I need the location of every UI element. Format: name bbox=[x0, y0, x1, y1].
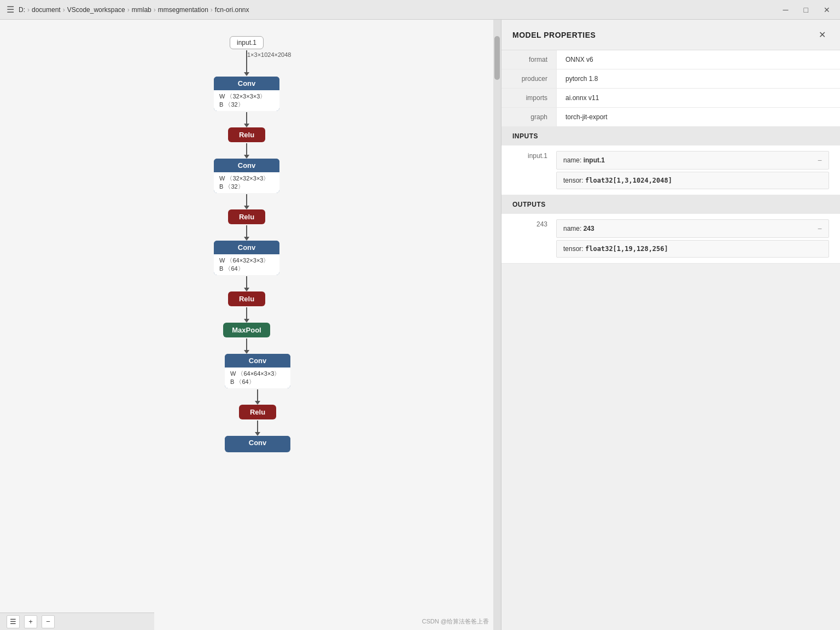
input-item-id-1: input.1 bbox=[512, 151, 556, 160]
minimize-button[interactable]: ─ bbox=[780, 4, 792, 15]
conv-title-1: Conv bbox=[214, 77, 279, 90]
input-item-1: input.1 name: input.1 − tensor: float32[… bbox=[501, 145, 840, 195]
conv-w-3: W 〈64×32×3×3〉 bbox=[219, 256, 274, 265]
properties-header: MODEL PROPERTIES ✕ bbox=[501, 20, 840, 50]
conv-title-2: Conv bbox=[214, 159, 279, 172]
properties-close-button[interactable]: ✕ bbox=[815, 28, 829, 41]
conv-b-2: B 〈32〉 bbox=[219, 183, 274, 191]
conv-b-1: B 〈32〉 bbox=[219, 101, 274, 109]
sep-5: › bbox=[211, 6, 213, 14]
conv-node-3[interactable]: Conv W 〈64×32×3×3〉 B 〈64〉 bbox=[214, 241, 279, 275]
bottom-toolbar: ☰ + − bbox=[0, 612, 154, 630]
imports-label: imports bbox=[501, 89, 556, 107]
toolbar-left: ☰ + − bbox=[7, 615, 55, 628]
connector-10 bbox=[255, 419, 260, 436]
arrow-5 bbox=[244, 237, 249, 241]
conv-title-5: Conv bbox=[225, 436, 290, 450]
zoom-in-button[interactable]: + bbox=[24, 615, 37, 628]
path-workspace: VScode_workspace bbox=[67, 6, 125, 14]
conv-body-1: W 〈32×3×3×3〉 B 〈32〉 bbox=[214, 90, 279, 111]
title-bar-left: ☰ D: › document › VScode_workspace › mml… bbox=[7, 4, 249, 15]
main-container: input.1 1×3×1024×2048 Conv W 〈32×3×3×3〉 … bbox=[0, 20, 840, 630]
connector-3 bbox=[244, 142, 249, 159]
format-row: format ONNX v6 bbox=[501, 50, 840, 69]
conv-w-1: W 〈32×3×3×3〉 bbox=[219, 92, 274, 101]
scrollbar-thumb[interactable] bbox=[494, 36, 500, 80]
arrow-1 bbox=[244, 72, 249, 76]
input-item-header-1: input.1 name: input.1 − tensor: float32[… bbox=[501, 145, 840, 195]
conv-b-4: B 〈64〉 bbox=[230, 378, 285, 386]
format-label: format bbox=[501, 50, 556, 69]
input-dims-label: 1×3×1024×2048 bbox=[247, 51, 291, 58]
outputs-section-header: OUTPUTS bbox=[501, 195, 840, 214]
input-node[interactable]: input.1 bbox=[230, 36, 264, 49]
arrow-3 bbox=[244, 155, 249, 159]
conv-node-5[interactable]: Conv bbox=[225, 436, 290, 452]
conv-body-4: W 〈64×64×3×3〉 B 〈64〉 bbox=[225, 368, 290, 388]
format-value: ONNX v6 bbox=[556, 50, 840, 69]
sep-4: › bbox=[154, 6, 156, 14]
hamburger-icon[interactable]: ☰ bbox=[7, 4, 14, 15]
zoom-out-button[interactable]: − bbox=[42, 615, 55, 628]
relu-node-1[interactable]: Relu bbox=[228, 127, 265, 142]
properties-content: format ONNX v6 producer pytorch 1.8 impo… bbox=[501, 50, 840, 630]
arrow-9 bbox=[255, 401, 260, 405]
path-mmlab: mmlab bbox=[132, 6, 151, 14]
title-bar: ☰ D: › document › VScode_workspace › mml… bbox=[0, 0, 840, 20]
connector-2 bbox=[244, 111, 249, 127]
window-close-button[interactable]: ✕ bbox=[820, 4, 833, 15]
arrow-4 bbox=[244, 206, 249, 209]
path-drive: D: bbox=[19, 6, 25, 14]
list-button[interactable]: ☰ bbox=[7, 615, 20, 628]
conv-node-2[interactable]: Conv W 〈32×32×3×3〉 B 〈32〉 bbox=[214, 159, 279, 193]
conv-title-3: Conv bbox=[214, 241, 279, 254]
producer-label: producer bbox=[501, 69, 556, 88]
conv-w-4: W 〈64×64×3×3〉 bbox=[230, 370, 285, 378]
connector-9 bbox=[255, 388, 260, 405]
nn-graph: input.1 1×3×1024×2048 Conv W 〈32×3×3×3〉 … bbox=[0, 20, 493, 612]
graph-scrollbar[interactable] bbox=[493, 20, 501, 630]
output-name-row-1: name: 243 − bbox=[556, 219, 829, 238]
path-mmseg: mmsegmentation bbox=[158, 6, 208, 14]
graph-panel: input.1 1×3×1024×2048 Conv W 〈32×3×3×3〉 … bbox=[0, 20, 493, 630]
sep-2: › bbox=[63, 6, 65, 14]
output-tensor-row-1: tensor: float32[1,19,128,256] bbox=[556, 240, 829, 258]
path-doc: document bbox=[32, 6, 61, 14]
output-item-header-1: 243 name: 243 − tensor: float32[1,19,128… bbox=[501, 214, 840, 263]
arrow-8 bbox=[244, 350, 249, 354]
inputs-section-header: INPUTS bbox=[501, 127, 840, 145]
relu-node-3[interactable]: Relu bbox=[228, 291, 265, 306]
connector-8 bbox=[244, 337, 249, 354]
input-item-content-1: name: input.1 − tensor: float32[1,3,1024… bbox=[556, 151, 829, 189]
output-item-id-1: 243 bbox=[512, 219, 556, 228]
input-dash-1: − bbox=[818, 156, 822, 165]
input-name-text-1: name: input.1 bbox=[563, 156, 605, 164]
properties-panel: MODEL PROPERTIES ✕ format ONNX v6 produc… bbox=[501, 20, 840, 630]
sep-1: › bbox=[27, 6, 30, 14]
conv-node-4[interactable]: Conv W 〈64×64×3×3〉 B 〈64〉 bbox=[225, 354, 290, 388]
maximize-button[interactable]: □ bbox=[801, 4, 812, 15]
producer-row: producer pytorch 1.8 bbox=[501, 69, 840, 89]
output-dash-1: − bbox=[818, 224, 822, 233]
title-bar-right: ─ □ ✕ bbox=[780, 4, 833, 15]
graph-value: torch-jit-export bbox=[556, 108, 840, 126]
arrow-10 bbox=[255, 432, 260, 436]
producer-value: pytorch 1.8 bbox=[556, 69, 840, 88]
output-name-text-1: name: 243 bbox=[563, 225, 594, 232]
properties-title: MODEL PROPERTIES bbox=[512, 31, 596, 39]
sep-3: › bbox=[127, 6, 130, 14]
input-tensor-row-1: tensor: float32[1,3,1024,2048] bbox=[556, 172, 829, 189]
connector-6 bbox=[244, 275, 249, 291]
graph-label: graph bbox=[501, 108, 556, 126]
watermark: CSDN @给算法爸爸上香 bbox=[422, 617, 489, 626]
conv-body-2: W 〈32×32×3×3〉 B 〈32〉 bbox=[214, 172, 279, 193]
maxpool-node[interactable]: MaxPool bbox=[223, 323, 270, 337]
output-item-content-1: name: 243 − tensor: float32[1,19,128,256… bbox=[556, 219, 829, 258]
arrow-7 bbox=[244, 319, 249, 323]
connector-7 bbox=[244, 306, 249, 323]
conv-w-2: W 〈32×32×3×3〉 bbox=[219, 174, 274, 183]
relu-node-2[interactable]: Relu bbox=[228, 209, 265, 224]
imports-value: ai.onnx v11 bbox=[556, 89, 840, 107]
relu-node-4[interactable]: Relu bbox=[239, 405, 276, 419]
conv-node-1[interactable]: Conv W 〈32×3×3×3〉 B 〈32〉 bbox=[214, 77, 279, 111]
